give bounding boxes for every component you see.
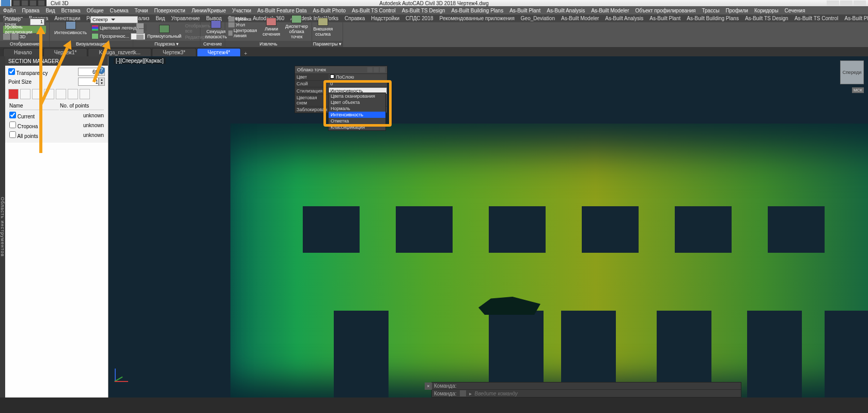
prop-layer-value[interactable]: 0 bbox=[329, 81, 387, 87]
menu-item[interactable]: As-Built Analysis bbox=[544, 8, 588, 13]
menu-item[interactable]: Профили bbox=[722, 8, 751, 13]
status-bar[interactable] bbox=[0, 397, 868, 413]
viewcube[interactable]: Спереди bbox=[840, 60, 864, 84]
style-option[interactable]: Отметка bbox=[329, 118, 385, 124]
point-cloud-facade[interactable] bbox=[230, 124, 868, 397]
document-tab[interactable]: Чертеж1* bbox=[43, 48, 88, 56]
help-icon[interactable]: ? bbox=[98, 67, 105, 74]
command-input[interactable] bbox=[475, 391, 739, 396]
ribbon-tab[interactable]: As-Built TS Design bbox=[742, 16, 792, 21]
ribbon-tab[interactable]: As-Built Photo bbox=[841, 16, 868, 21]
drawing-canvas[interactable]: [-][Спереди][Каркас] Спереди МСК Облако … bbox=[109, 56, 868, 397]
crop-tool-stack[interactable] bbox=[136, 23, 144, 40]
menu-item[interactable]: Объект профилирования bbox=[632, 8, 699, 13]
ribbon-tab[interactable]: As-Built Analysis bbox=[602, 16, 646, 21]
centerline-extract[interactable]: Центровая линия bbox=[228, 28, 259, 38]
crop-circle-icon[interactable] bbox=[136, 35, 144, 40]
panel-label-crop[interactable]: Подрезка ▾ bbox=[133, 41, 200, 47]
sm-tool-icon[interactable] bbox=[20, 89, 30, 99]
menu-item[interactable]: As-Built Feature Data bbox=[254, 8, 310, 13]
ribbon-tab[interactable]: Geo_Deviation bbox=[518, 16, 558, 21]
ribbon-tab[interactable]: As-Built Modeler bbox=[558, 16, 602, 21]
qat-new-icon[interactable] bbox=[13, 1, 20, 6]
sm-pointsize-input[interactable] bbox=[78, 78, 99, 86]
menu-item[interactable]: As-Built Plant bbox=[506, 8, 544, 13]
sm-row-check[interactable] bbox=[9, 112, 16, 118]
ribbon-tab[interactable]: As-Built TS Control bbox=[792, 16, 842, 21]
command-line[interactable]: × Команда: Команда: ▸ bbox=[431, 382, 741, 397]
qat-open-icon[interactable] bbox=[22, 1, 28, 6]
menu-item[interactable]: As-Built Modeler bbox=[588, 8, 632, 13]
menu-item[interactable]: As-Built TS Control bbox=[349, 8, 399, 13]
menu-item[interactable]: Участки bbox=[229, 8, 254, 13]
sm-col-points[interactable]: No. of points bbox=[60, 102, 104, 110]
cmd-close-icon[interactable]: × bbox=[425, 383, 432, 390]
document-tab[interactable]: Начало bbox=[3, 48, 43, 56]
lock-icon[interactable] bbox=[3, 34, 10, 40]
ribbon-tab[interactable]: Управление bbox=[168, 16, 203, 21]
ribbon-tab[interactable]: Рекомендованные приложения bbox=[437, 16, 518, 21]
sm-row-check[interactable] bbox=[9, 121, 16, 128]
point-cloud-manager-button[interactable]: Диспетчер облака точек bbox=[284, 14, 309, 40]
coord-badge[interactable]: МСК bbox=[852, 87, 864, 93]
sm-transparency-chk[interactable]: Transparency bbox=[8, 68, 48, 76]
style-option[interactable]: Интенсивность bbox=[329, 112, 385, 118]
menu-item[interactable]: Точки bbox=[132, 8, 151, 13]
intensity-button[interactable]: Интенсивность bbox=[53, 21, 88, 36]
style-option[interactable]: Цвет объекта bbox=[329, 99, 385, 105]
prop-pin-icon[interactable] bbox=[374, 67, 379, 72]
sm-tool-icon[interactable] bbox=[32, 89, 42, 99]
properties-palette[interactable]: Облако точек ЦветПоСлою Слой0 Стилизация… bbox=[295, 66, 388, 113]
ribbon-tab[interactable]: Справка bbox=[342, 16, 368, 21]
menu-item[interactable]: Вид bbox=[42, 8, 58, 13]
ucs-axis-icon[interactable] bbox=[115, 364, 132, 382]
menu-item[interactable]: As-Built TS Design bbox=[399, 8, 448, 13]
sm-transparency-input[interactable] bbox=[78, 68, 99, 76]
three-d-toggle[interactable]: 3D bbox=[20, 34, 26, 39]
ribbon-tab[interactable]: Вид bbox=[152, 16, 168, 21]
menu-item[interactable]: Файл bbox=[0, 8, 19, 13]
menu-item[interactable]: Сечения bbox=[782, 8, 809, 13]
style-dropdown-list[interactable]: Цвета сканированияЦвет объектаНормальИнт… bbox=[328, 93, 386, 131]
prop-close-icon[interactable] bbox=[380, 67, 385, 72]
qat-undo-icon[interactable] bbox=[38, 1, 44, 6]
qat-save-icon[interactable] bbox=[30, 1, 36, 6]
sm-tool-icon[interactable] bbox=[80, 89, 90, 99]
document-tab[interactable]: Чертеж3* bbox=[152, 48, 196, 56]
menu-item[interactable]: Общие bbox=[84, 8, 107, 13]
menu-item[interactable]: Поверхности bbox=[151, 8, 188, 13]
view-label[interactable]: [-][Спереди][Каркас] bbox=[114, 57, 166, 64]
grid-icon[interactable] bbox=[11, 34, 19, 40]
document-tab[interactable]: Чертеж4* bbox=[197, 48, 241, 56]
rect-crop-button[interactable]: Прямоугольный bbox=[146, 24, 183, 39]
sm-row-check[interactable] bbox=[9, 131, 16, 138]
menu-item[interactable]: Трассы bbox=[699, 8, 723, 13]
new-tab-button[interactable]: + bbox=[241, 51, 250, 56]
sm-tool-icon[interactable] bbox=[44, 89, 54, 99]
side-strip-tools[interactable]: Область инструментов bbox=[0, 56, 5, 397]
style-option[interactable]: Классификация bbox=[329, 124, 385, 130]
close-icon[interactable] bbox=[854, 1, 866, 6]
sm-tool-icon[interactable] bbox=[68, 89, 78, 99]
panel-label-params[interactable]: Параметры ▾ bbox=[312, 41, 343, 47]
sm-col-name[interactable]: Name bbox=[9, 102, 59, 110]
corner-extract[interactable]: Угол bbox=[228, 22, 259, 27]
ribbon-tab[interactable]: As-Built Plant bbox=[646, 16, 684, 21]
table-row[interactable]: Сторона 1unknown bbox=[9, 121, 104, 130]
section-lines-button[interactable]: Линии сечения bbox=[261, 17, 282, 37]
edge-extract[interactable]: Кромка bbox=[228, 17, 259, 22]
menu-item[interactable]: As-Built Building Plans bbox=[448, 8, 507, 13]
prop-color-value[interactable]: ПоСлою bbox=[329, 74, 387, 81]
sm-record-icon[interactable] bbox=[8, 89, 19, 99]
sm-tool-icon[interactable] bbox=[56, 89, 66, 99]
menu-item[interactable]: Вставка bbox=[58, 8, 83, 13]
ribbon-tab[interactable]: Надстройки bbox=[368, 16, 402, 21]
detail-level-row[interactable]: Уровень детализации bbox=[3, 26, 46, 33]
maximize-icon[interactable] bbox=[840, 1, 853, 6]
spectrum-dropdown[interactable]: Спектр bbox=[90, 16, 138, 23]
table-row[interactable]: All pointsunknown bbox=[9, 131, 104, 140]
style-option[interactable]: Нормаль bbox=[329, 105, 385, 112]
document-tab[interactable]: Kaluga_razvertk... bbox=[88, 48, 151, 56]
menu-item[interactable]: Линии/Кривые bbox=[189, 8, 229, 13]
ribbon-tab[interactable]: СПДС 2018 bbox=[402, 16, 436, 21]
